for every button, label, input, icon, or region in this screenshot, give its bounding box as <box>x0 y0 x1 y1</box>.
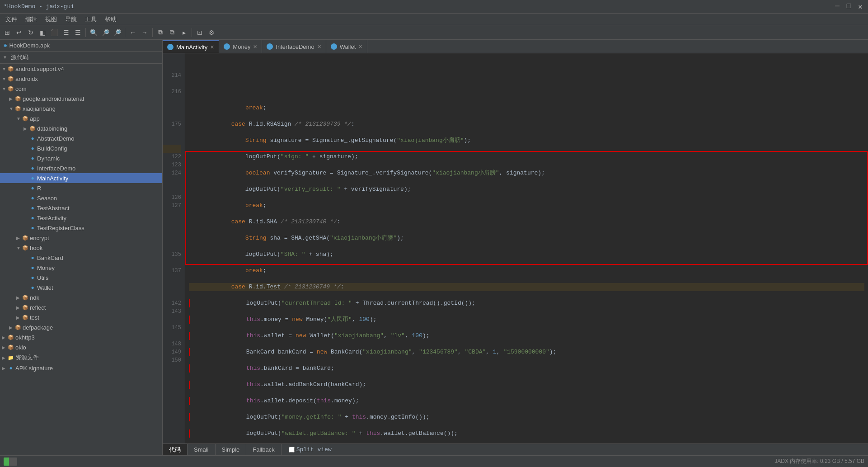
tree-season[interactable]: ● Season <box>0 193 162 203</box>
ln-216: 216 <box>163 88 181 96</box>
toolbar-btn-7[interactable]: ☰ <box>72 27 83 38</box>
toolbar-btn-13[interactable]: ⊡ <box>194 27 205 38</box>
ln-143: 143 <box>163 307 181 316</box>
bottom-tab-fallback[interactable]: Fallback <box>246 444 281 456</box>
tab-close-money[interactable]: ✕ <box>253 44 257 50</box>
maximize-button[interactable]: □ <box>845 2 853 11</box>
menu-tools[interactable]: 工具 <box>81 14 100 24</box>
minimize-button[interactable]: ─ <box>833 2 841 11</box>
ln-148: 148 <box>163 340 181 348</box>
ln-137: 137 <box>163 267 181 275</box>
tree-androidx[interactable]: ▼ 📦 androidx <box>0 74 162 84</box>
tree-encrypt[interactable]: ▶ 📦 encrypt <box>0 233 162 243</box>
toolbar-separator-4 <box>192 28 192 37</box>
split-view-text: Split view <box>296 446 332 453</box>
code-line-2: case R.id.RSASign /* 2131230739 */: <box>189 120 864 128</box>
tab-close-interfacedemo[interactable]: ✕ <box>317 44 321 50</box>
toolbar-search[interactable]: 🔍 <box>88 27 99 38</box>
toolbar-back[interactable]: ← <box>127 27 138 38</box>
code-line-5: boolean verifySignature = Signature_.ver… <box>189 169 864 177</box>
expand-arrow-source: ▼ <box>4 55 9 60</box>
code-line-11: break; <box>189 267 864 275</box>
menu-navigate[interactable]: 导航 <box>61 14 80 24</box>
toolbar-settings[interactable]: ⚙ <box>206 27 217 38</box>
tree-mainactivity[interactable]: ● MainActivity <box>0 173 162 183</box>
code-line-4: logOutPut("sign: " + signature); <box>189 153 864 161</box>
toolbar-btn-8[interactable]: 🔎 <box>100 27 111 38</box>
tree-signature[interactable]: ▶ ● APK signature <box>0 363 162 373</box>
tree-testactivity[interactable]: ● TestActivity <box>0 213 162 223</box>
toolbar-btn-4[interactable]: ◧ <box>37 27 48 38</box>
tab-label-interfacedemo: InterfaceDemo <box>276 43 314 50</box>
tab-interfacedemo[interactable]: InterfaceDemo ✕ <box>262 40 326 53</box>
toolbar-btn-9[interactable]: 🔎 <box>112 27 122 38</box>
tree-r[interactable]: ● R <box>0 183 162 193</box>
tree-interfacedemo[interactable]: ● InterfaceDemo <box>0 163 162 173</box>
toolbar-btn-6[interactable]: ☰ <box>61 27 71 38</box>
toolbar-forward[interactable]: → <box>139 27 150 38</box>
window-controls[interactable]: ─ □ ✕ <box>833 2 864 11</box>
split-view-checkbox[interactable] <box>289 447 295 453</box>
tree-google[interactable]: ▶ 📦 google.android.material <box>0 94 162 104</box>
tree-utils[interactable]: ● Utils <box>0 273 162 283</box>
tree-android-support[interactable]: ▼ 📦 android.support.v4 <box>0 64 162 74</box>
menu-file[interactable]: 文件 <box>2 14 21 24</box>
menu-help[interactable]: 帮助 <box>101 14 120 24</box>
tab-close-mainactivity[interactable]: ✕ <box>210 44 214 50</box>
ln-empty-12 <box>163 210 181 218</box>
tab-icon-mainactivity <box>167 44 174 50</box>
ln-150: 150 <box>163 356 181 364</box>
tree-reflect[interactable]: ▶ 📦 reflect <box>0 302 162 312</box>
bottom-tab-smali[interactable]: Smali <box>188 444 216 456</box>
tree-ndk[interactable]: ▶ 📦 ndk <box>0 292 162 302</box>
ln-135: 135 <box>163 250 181 259</box>
ln-empty-19 <box>163 283 181 291</box>
tree-databinding[interactable]: ▶ 📦 databinding <box>0 123 162 133</box>
toolbar-btn-2[interactable]: ↩ <box>14 27 24 38</box>
toolbar-btn-5[interactable]: ⬛ <box>49 27 60 38</box>
tree-app[interactable]: ▼ 📦 app <box>0 113 162 123</box>
tree-test[interactable]: ▶ 📦 test <box>0 312 162 322</box>
tree-money[interactable]: ● Money <box>0 263 162 273</box>
code-line-12: case R.id.Test /* 2131230749 */: <box>189 283 864 291</box>
tree-dynamic[interactable]: ● Dynamic <box>0 153 162 163</box>
tab-icon-interfacedemo <box>267 43 273 50</box>
tab-close-wallet[interactable]: ✕ <box>358 44 362 50</box>
menu-view[interactable]: 视图 <box>42 14 61 24</box>
tab-label-money: Money <box>233 43 250 50</box>
bottom-tab-simple[interactable]: Simple <box>216 444 247 456</box>
menu-edit[interactable]: 编辑 <box>22 14 41 24</box>
tree-bankcard[interactable]: ● BankCard <box>0 253 162 263</box>
tree-defpackage[interactable]: ▶ 📦 defpackage <box>0 322 162 332</box>
code-content[interactable]: break; case R.id.RSASign /* 2131230739 *… <box>185 53 868 443</box>
tree-hook[interactable]: ▼ 📦 hook <box>0 243 162 253</box>
tree-wallet[interactable]: ● Wallet <box>0 283 162 292</box>
ln-empty-1 <box>163 55 181 63</box>
tree-xiaojianbang[interactable]: ▼ 📦 xiaojianbang <box>0 104 162 113</box>
close-button[interactable]: ✕ <box>856 2 864 11</box>
tree-okhttp3[interactable]: ▶ 📦 okhttp3 <box>0 332 162 342</box>
toolbar-btn-3[interactable]: ↻ <box>25 27 36 38</box>
tree-abstractdemo[interactable]: ● AbstractDemo <box>0 133 162 143</box>
tree-buildconfig[interactable]: ● BuildConfig <box>0 143 162 153</box>
memory-status: JADX 内存使用率: 0.23 GB / 5.57 GB <box>774 458 864 465</box>
tree-testabstract[interactable]: ● TestAbstract <box>0 203 162 213</box>
tab-mainactivity[interactable]: MainActivity ✕ <box>163 40 219 53</box>
tree-resources[interactable]: ▶ 📁 资源文件 <box>0 352 162 363</box>
sidebar: ⊞ HookDemo.apk ▼ 源代码 ▼ 📦 android.support… <box>0 40 163 455</box>
code-editor: 214 216 175 122 123 124 126 127 <box>163 53 868 443</box>
toolbar-btn-12[interactable]: ▸ <box>178 27 189 38</box>
split-view-label[interactable]: Split view <box>289 446 332 453</box>
toolbar-btn-11[interactable]: ⧉ <box>167 27 178 38</box>
toolbar-btn-1[interactable]: ⊞ <box>2 27 13 38</box>
tree-testregisterclass[interactable]: ● TestRegisterClass <box>0 223 162 233</box>
tree-com[interactable]: ▼ 📦 com <box>0 84 162 94</box>
code-line-18: this.wallet.addBankCard(bankCard); <box>189 381 864 389</box>
tab-wallet[interactable]: Wallet ✕ <box>326 40 368 53</box>
tab-money[interactable]: Money ✕ <box>219 40 262 53</box>
code-line-15: this.wallet = new Wallet("xiaojianbang",… <box>189 332 864 340</box>
bottom-tab-code[interactable]: 代码 <box>163 444 188 456</box>
tree-okio[interactable]: ▶ 📦 okio <box>0 342 162 352</box>
toolbar-btn-10[interactable]: ⧉ <box>155 27 166 38</box>
tab-label-wallet: Wallet <box>340 43 356 50</box>
